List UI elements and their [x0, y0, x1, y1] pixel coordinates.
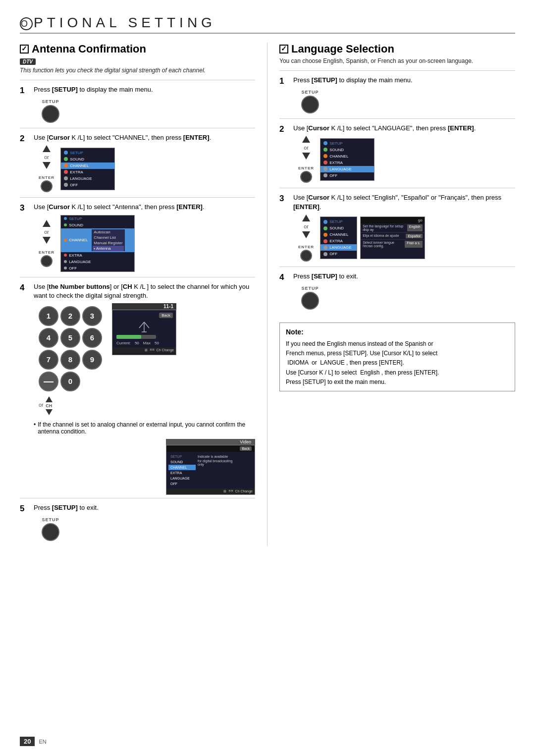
or-text-2: or [44, 154, 49, 160]
lang-options-panel: go Set the language for setup disp ay En… [360, 216, 425, 259]
video-label: Video [166, 439, 255, 445]
note-content: If you need the English menus instead of… [286, 339, 509, 387]
num-btn-8: 8 [60, 350, 80, 370]
lang-menu-mock-2: SETUP SOUND CHANNEL EXTRA LANGUAGE OFF [320, 138, 374, 181]
num-btn-6: 6 [82, 328, 102, 348]
ch-arrow-up [46, 396, 53, 402]
menu-row: OFF [321, 172, 374, 179]
sub-item-active: • Antenna [93, 246, 123, 251]
language-section-title: Language Selection [279, 43, 515, 55]
lang-menu-mock-3: SETUP SOUND CHANNEL EXTRA LANGUAGE OFF [320, 216, 357, 259]
svg-line-0 [139, 322, 144, 328]
lang-or-text-2: or [304, 145, 309, 151]
lang-step2-text: Use [Cursor K /L] to select "LANGUAGE", … [293, 124, 515, 133]
antenna-section-title: Antenna Confirmation [20, 43, 255, 55]
step1-content: Press [SETUP] to display the main menu. … [34, 85, 255, 125]
sub-item: Channel List [93, 235, 123, 240]
enter-btn-2: ENTER [39, 175, 54, 192]
menu-row: EXTRA [61, 169, 114, 175]
enter-btn-3: ENTER [39, 250, 54, 267]
channel-num-display: 11-1 [112, 303, 176, 310]
lang-step-num-4: 4 [279, 272, 288, 282]
lang-espanol-value: Español [406, 234, 422, 238]
step-num-2: 2 [20, 133, 29, 144]
antenna-step3: 3 Use [Cursor K /L] to select "Antenna",… [20, 197, 255, 276]
lang-step1-text: Press [SETUP] to display the main menu. [293, 76, 515, 85]
lang-enter-btn-3: ENTER [298, 245, 314, 262]
ch-arrow-down [46, 409, 53, 415]
menu-row: SOUND [61, 156, 114, 162]
menu-row: SETUP [321, 140, 374, 147]
lang-arrow-up-3 [302, 215, 310, 221]
or-text-3: or [44, 229, 49, 235]
lang-setup-button-1: SETUP [301, 90, 319, 113]
lang-enter-circle-2 [300, 171, 312, 183]
lang-step4-content: Press [SETUP] to exit. SETUP [293, 272, 515, 312]
antenna-step1: 1 Press [SETUP] to display the main menu… [20, 80, 255, 128]
lang-select-mock: SETUP SOUND CHANNEL EXTRA LANGUAGE OFF g… [320, 216, 425, 259]
lang-indicator: EN [39, 739, 46, 745]
step1-text: Press [SETUP] to display the main menu. [34, 85, 255, 94]
sub-item: Autoscan [93, 229, 123, 235]
step3-text: Use [Cursor K /L] to select "Antenna", t… [34, 203, 255, 212]
lang-arrows-col-2: or ENTER [298, 136, 314, 183]
sub-row-active: CHANNEL Autoscan Channel List Manual Reg… [61, 228, 134, 252]
step-num-1: 1 [20, 85, 29, 96]
svg-line-1 [144, 322, 149, 328]
video-mock-screen: Back SETUP SOUND CHANNEL EXTRA LANGUAGE … [166, 445, 255, 495]
step-num-5: 5 [20, 503, 29, 514]
signal-bar-bg [116, 335, 156, 339]
lang-step1-content: Press [SETUP] to display the main menu. … [293, 76, 515, 115]
step4-text: Use [the Number buttons] or [CH K /L ] t… [34, 282, 255, 300]
lang-or-text-3: or [304, 223, 309, 229]
step4-content: Use [the Number buttons] or [CH K /L ] t… [34, 282, 255, 495]
sub-row: OFF [61, 265, 134, 271]
lang-setup-circle-1 [301, 96, 319, 113]
language-step3: 3 Use [Cursor K /L] to select "English",… [279, 188, 515, 266]
page-title: OPTIONAL SETTING [20, 15, 515, 31]
signal-header: Back [112, 312, 176, 319]
page-number: 20 [20, 737, 35, 746]
lang-arrows-col-3: or ENTER [298, 215, 314, 262]
sub-row: EXTRA [61, 252, 134, 259]
lang-step2-visual: or ENTER SETUP SOUND [298, 136, 515, 183]
num-btn-0: 0 [60, 372, 80, 391]
menu-submenu-3: SETUP SOUND CHANNEL Autoscan Channel Lis… [60, 215, 135, 272]
signal-mock: Back [112, 310, 176, 355]
arrows-col-2: or ENTER [39, 145, 54, 192]
step3-visual: or ENTER SETUP SOUND [39, 215, 255, 272]
sub-item: Manual Register [93, 240, 123, 246]
lang-step-num-3: 3 [279, 193, 288, 204]
menu-mock-2: SETUP SOUND CHANNEL EXTRA LANGUAGE OFF [60, 148, 115, 190]
lang-francais-value: Fran a s. [405, 241, 423, 248]
lang-arrow-up-2 [302, 136, 310, 143]
arrows-col-3: or ENTER [39, 220, 54, 267]
language-subtitle: You can choose English, Spanish, or Fren… [279, 57, 515, 64]
setup-circle-1 [42, 105, 59, 123]
lang-step-num-2: 2 [279, 124, 288, 134]
menu-row-active: LANGUAGE [321, 166, 374, 172]
title-o: O [20, 17, 33, 30]
step2-content: Use [Cursor K /L] to select "CHANNEL", t… [34, 133, 255, 194]
step-num-3: 3 [20, 203, 29, 213]
menu-row-active: LANGUAGE [321, 244, 357, 251]
video-mock-area: Video Back SETUP SOUND CHANNEL EXTRA [34, 439, 255, 495]
num-btn-9: 9 [82, 350, 102, 370]
signal-body: Current:50 Max 50 [112, 319, 176, 347]
page: OPTIONAL SETTING Antenna Confirmation DT… [0, 0, 535, 756]
antenna-step2: 2 Use [Cursor K /L] to select "CHANNEL",… [20, 128, 255, 197]
two-col-layout: Antenna Confirmation DTV This function l… [20, 43, 515, 546]
or-text-4: or [39, 402, 44, 408]
page-header: OPTIONAL SETTING [20, 15, 515, 34]
step2-visual: or ENTER SETUP SOUND [39, 145, 255, 192]
antenna-subtitle: This function lets you check the digital… [20, 67, 255, 74]
num-btn-5: 5 [60, 328, 80, 348]
ch-btns: CH [46, 396, 53, 415]
antenna-step4: 4 Use [the Number buttons] or [CH K /L ]… [20, 277, 255, 498]
sub-row: LANGUAGE [61, 259, 134, 265]
note-title: Note: [286, 327, 509, 337]
signal-bar-container [116, 335, 172, 339]
num-btn-4: 4 [39, 328, 58, 348]
arrow-down-2 [43, 162, 51, 169]
lang-arrow-down-3 [302, 231, 310, 238]
